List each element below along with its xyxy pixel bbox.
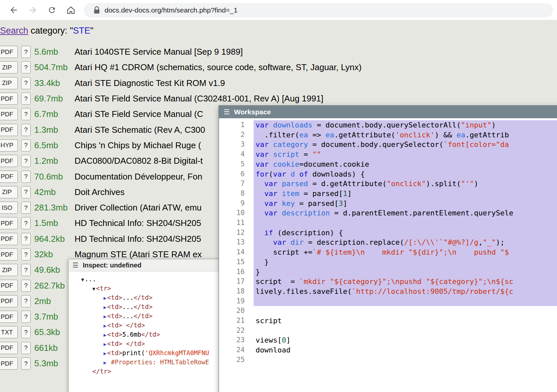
- file-title[interactable]: Chips 'n Chips by Michael Ruge (: [75, 140, 201, 151]
- file-help-button[interactable]: ?: [21, 326, 31, 338]
- expand-arrow-icon[interactable]: ▶: [104, 331, 107, 339]
- file-help-button[interactable]: ?: [21, 46, 31, 58]
- code-line[interactable]: [254, 296, 557, 306]
- lock-icon[interactable]: [94, 6, 100, 14]
- tree-row[interactable]: ▼<tr>: [69, 284, 220, 293]
- file-type-button[interactable]: PDF: [0, 217, 18, 229]
- code-line[interactable]: views[0]: [254, 335, 557, 345]
- search-link[interactable]: Search: [0, 26, 28, 36]
- file-type-button[interactable]: PDF: [0, 342, 18, 354]
- file-type-button[interactable]: ISO: [0, 202, 18, 214]
- file-help-button[interactable]: ?: [21, 295, 31, 307]
- file-help-button[interactable]: ?: [21, 280, 31, 292]
- code-line[interactable]: [254, 306, 557, 316]
- code-line[interactable]: [254, 326, 557, 336]
- address-bar[interactable]: docs.dev-docs.org/htm/search.php?find=_1: [84, 3, 553, 17]
- tree-row[interactable]: ▶<td>...</td>: [69, 302, 220, 312]
- code-line[interactable]: .filter(ea => ea.getAttribute('onclick')…: [254, 130, 557, 140]
- file-help-button[interactable]: ?: [21, 233, 31, 245]
- file-title[interactable]: Atari 1040STE Service Manual [Sep 9 1989…: [75, 47, 243, 57]
- tree-row[interactable]: ▶<td> </td>: [69, 321, 220, 330]
- file-type-button[interactable]: PDF: [0, 124, 18, 136]
- menu-icon[interactable]: ☰: [73, 261, 78, 269]
- file-type-button[interactable]: ZIP: [0, 61, 18, 73]
- code-line[interactable]: download: [254, 345, 557, 355]
- file-title[interactable]: HD Technical Info: SH204/SH205: [75, 234, 201, 244]
- url-text[interactable]: docs.dev-docs.org/htm/search.php?find=_1: [105, 6, 237, 14]
- file-type-button[interactable]: PDF: [0, 311, 18, 323]
- code-line[interactable]: var dir = description.replace(/[:\/\\'`"…: [254, 238, 557, 247]
- file-title[interactable]: HD Technical Info: SH204/SH205: [75, 218, 201, 228]
- inspector-titlebar[interactable]: ☰ Inspect: undefined: [69, 259, 220, 271]
- file-title[interactable]: DAC0800/DAC0802 8-Bit Digital-t: [75, 156, 203, 166]
- file-help-button[interactable]: ?: [21, 77, 31, 89]
- file-help-button[interactable]: ?: [21, 155, 31, 167]
- code-line[interactable]: var script = "": [254, 150, 557, 159]
- tree-row[interactable]: </tr>: [69, 367, 220, 376]
- file-type-button[interactable]: PDF: [0, 357, 18, 370]
- code-line[interactable]: var description = d.parentElement.parent…: [254, 208, 557, 218]
- file-help-button[interactable]: ?: [21, 357, 31, 370]
- home-icon[interactable]: [65, 5, 77, 15]
- file-type-button[interactable]: ZIP: [0, 77, 18, 89]
- code-line[interactable]: var item = parsed[1]: [254, 189, 557, 199]
- reload-icon[interactable]: [46, 6, 57, 14]
- collapse-arrow-icon[interactable]: ▼: [92, 285, 95, 293]
- code-line[interactable]: [254, 355, 557, 365]
- file-help-button[interactable]: ?: [21, 93, 31, 105]
- file-title[interactable]: Atari STE Diagnostic Test Kit ROM v1.9: [75, 78, 225, 88]
- code-line[interactable]: }: [254, 257, 557, 267]
- file-help-button[interactable]: ?: [21, 61, 31, 73]
- expand-arrow-icon[interactable]: ▶: [104, 358, 107, 367]
- back-icon[interactable]: [8, 5, 19, 15]
- file-type-button[interactable]: PDF: [0, 155, 18, 167]
- code-line[interactable]: script +=`# ${item}\n mkdir "${dir}";\n …: [254, 247, 557, 257]
- file-help-button[interactable]: ?: [21, 186, 31, 198]
- file-type-button[interactable]: PDF: [0, 295, 18, 307]
- code-line[interactable]: script: [254, 316, 557, 326]
- file-type-button[interactable]: PDF: [0, 93, 18, 105]
- file-type-button[interactable]: TXT: [0, 326, 18, 338]
- file-help-button[interactable]: ?: [21, 217, 31, 229]
- code-line[interactable]: [254, 218, 557, 228]
- file-title[interactable]: Atari HQ #1 CDROM (schematics, source co…: [75, 62, 361, 72]
- code-line[interactable]: for(var d of downloads) {: [254, 169, 557, 179]
- file-title[interactable]: Documentation Développeur, Fon: [75, 172, 202, 182]
- collapse-arrow-icon[interactable]: ▼: [81, 275, 84, 284]
- code-line[interactable]: lively.files.saveFile(`http://localhost:…: [254, 287, 557, 296]
- tree-row[interactable]: ▶<td>...</td>: [69, 293, 220, 302]
- file-title[interactable]: Atari STe Schematic (Rev A, C300: [75, 125, 205, 135]
- file-title[interactable]: Atari STe Field Service Manual (C: [75, 109, 203, 119]
- file-help-button[interactable]: ?: [21, 139, 31, 152]
- file-help-button[interactable]: ?: [21, 108, 31, 120]
- expand-arrow-icon[interactable]: ▶: [104, 340, 107, 349]
- tree-row[interactable]: ▶<td> </td>: [69, 339, 220, 349]
- file-type-button[interactable]: PDF: [0, 280, 18, 292]
- file-help-button[interactable]: ?: [21, 124, 31, 136]
- code-line[interactable]: script = `mkdir "${category}";\npushd "$…: [254, 277, 557, 287]
- code-line[interactable]: if (description) {: [254, 228, 557, 238]
- code-line[interactable]: var category = document.body.querySelect…: [254, 140, 557, 150]
- file-title[interactable]: Magnum STE (Atari STE RAM ex: [75, 249, 202, 260]
- tree-row[interactable]: ▶<td>...</td>: [69, 312, 220, 321]
- code-line[interactable]: var key = parsed[3]: [254, 199, 557, 209]
- file-type-button[interactable]: HYP: [0, 139, 18, 152]
- code-line[interactable]: var downloads = document.body.querySelec…: [254, 120, 557, 130]
- file-type-button[interactable]: PDF: [0, 171, 18, 183]
- file-title[interactable]: Driver Collection (Atari ATW, emu: [75, 203, 201, 213]
- file-type-button[interactable]: PDF: [0, 108, 18, 120]
- code-line[interactable]: }: [254, 267, 557, 277]
- expand-arrow-icon[interactable]: ▶: [104, 312, 107, 321]
- file-title[interactable]: Atari STe Field Service Manual (C302481-…: [75, 94, 323, 104]
- file-help-button[interactable]: ?: [21, 342, 31, 354]
- file-help-button[interactable]: ?: [21, 248, 31, 261]
- menu-icon[interactable]: ☰: [224, 108, 230, 116]
- file-help-button[interactable]: ?: [21, 311, 31, 323]
- file-type-button[interactable]: ZIP: [0, 264, 18, 276]
- code-line[interactable]: var parsed = d.getAttribute("onclick").s…: [254, 179, 557, 189]
- tree-row[interactable]: ▶<td>print('QXRhcmkgMTA0MFNU: [69, 349, 220, 358]
- tree-row[interactable]: ▶<td>5.6mb</td>: [69, 330, 220, 339]
- file-help-button[interactable]: ?: [21, 202, 31, 214]
- forward-icon[interactable]: [27, 5, 38, 15]
- expand-arrow-icon[interactable]: ▶: [104, 322, 107, 330]
